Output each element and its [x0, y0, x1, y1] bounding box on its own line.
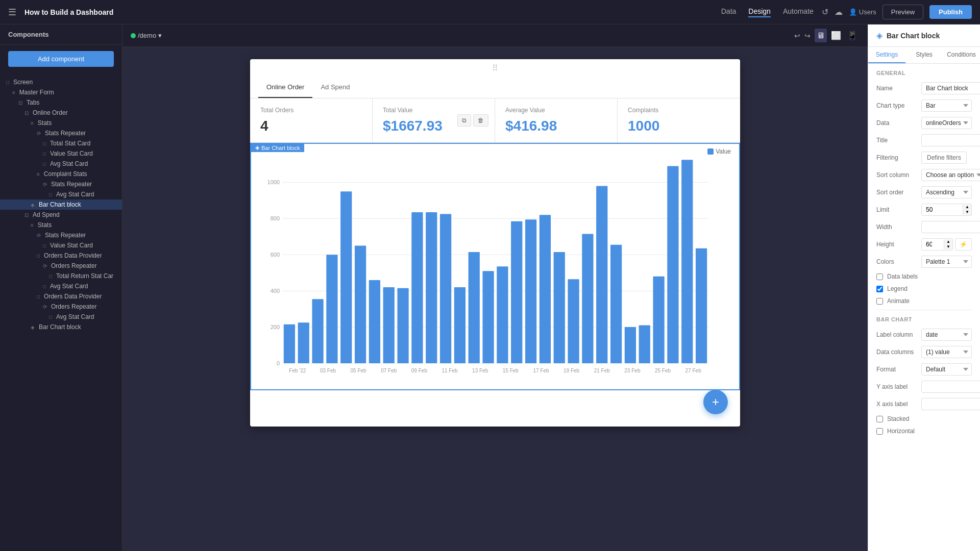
- chart-type-select[interactable]: Bar Line Pie: [921, 99, 972, 112]
- right-panel-header: ◈ Bar Chart block: [868, 24, 980, 47]
- tree-item-orders-repeater-2[interactable]: ⟳Orders Repeater: [0, 302, 122, 312]
- add-component-button[interactable]: Add component: [8, 51, 114, 67]
- svg-text:03 Feb: 03 Feb: [320, 368, 336, 373]
- drag-handle: ⠿: [250, 59, 740, 77]
- tree-item-avg-stat-card-2[interactable]: □Avg Stat Card: [0, 189, 122, 199]
- tree-item-total-return-stat-car[interactable]: □Total Return Stat Car: [0, 271, 122, 281]
- tree-item-avg-stat-card-4[interactable]: □Avg Stat Card: [0, 312, 122, 322]
- limit-increment[interactable]: ▲: [963, 205, 971, 210]
- tree-item-stats-2[interactable]: ≡Stats: [0, 220, 122, 230]
- stat-card-label-2: Average Value: [505, 107, 607, 114]
- tree-item-orders-data-provider-2[interactable]: □Orders Data Provider: [0, 291, 122, 302]
- bar-chart-block[interactable]: ◈ Bar Chart block Value 0200400600800100…: [250, 143, 740, 390]
- width-input[interactable]: [921, 221, 980, 233]
- undo-button[interactable]: ↩: [794, 32, 800, 40]
- x-axis-input[interactable]: [921, 398, 980, 410]
- canvas-frame: ⠿ Online Order Ad Spend Total Orders 4 T…: [250, 59, 740, 427]
- panel-tab-styles[interactable]: Styles: [905, 47, 943, 63]
- limit-input[interactable]: [922, 204, 963, 215]
- tree-item-tabs[interactable]: ⊡Tabs: [0, 97, 122, 108]
- tree-item-bar-chart-block[interactable]: ◈Bar Chart block: [0, 199, 122, 210]
- svg-rect-41: [696, 248, 707, 363]
- animate-checkbox[interactable]: [876, 298, 883, 305]
- canvas-toolbar: /demo ▾ ↩ ↪ 🖥 ⬜ 📱: [122, 24, 868, 47]
- env-button[interactable]: /demo ▾: [131, 32, 162, 39]
- horizontal-checkbox[interactable]: [876, 428, 883, 435]
- nav-design[interactable]: Design: [748, 7, 771, 17]
- tree-item-bar-chart-block-2[interactable]: ◈Bar Chart block: [0, 322, 122, 332]
- add-fab-button[interactable]: +: [703, 390, 728, 414]
- panel-tab-settings[interactable]: Settings: [868, 47, 905, 63]
- tree-item-total-stat-card[interactable]: □Total Stat Card: [0, 138, 122, 148]
- tree-item-ad-spend[interactable]: ⊡Ad Spend: [0, 210, 122, 220]
- colors-select[interactable]: Palette 1 Palette 2: [921, 256, 972, 268]
- tree-item-stats[interactable]: ≡Stats: [0, 118, 122, 128]
- tree-icon-stats: ≡: [31, 120, 34, 126]
- preview-button[interactable]: Preview: [883, 5, 923, 19]
- tree-item-master-form[interactable]: ≡Master Form: [0, 87, 122, 97]
- stacked-checkbox[interactable]: [876, 416, 883, 422]
- y-axis-input[interactable]: [921, 381, 980, 393]
- history-icon[interactable]: ↺: [822, 7, 828, 17]
- field-sort-order: Sort order Ascending Descending: [876, 186, 972, 198]
- tab-ad-spend[interactable]: Ad Spend: [312, 77, 358, 98]
- tree-item-avg-stat-card[interactable]: □Avg Stat Card: [0, 159, 122, 169]
- nav-automate[interactable]: Automate: [783, 7, 814, 17]
- svg-rect-38: [653, 277, 664, 363]
- desktop-view-button[interactable]: 🖥: [815, 29, 827, 42]
- data-labels-checkbox[interactable]: [876, 273, 883, 280]
- tree-label-avg-stat-card-4: Avg Stat Card: [56, 313, 94, 320]
- svg-text:27 Feb: 27 Feb: [685, 368, 702, 373]
- publish-button[interactable]: Publish: [929, 5, 972, 19]
- tree-item-orders-data-provider[interactable]: □Orders Data Provider: [0, 251, 122, 261]
- sort-order-select[interactable]: Ascending Descending: [921, 186, 972, 198]
- hamburger-icon[interactable]: ☰: [8, 7, 16, 18]
- title-input[interactable]: [921, 134, 980, 146]
- tree-item-value-stat-card-2[interactable]: □Value Stat Card: [0, 240, 122, 251]
- label-column-select[interactable]: date: [921, 329, 972, 341]
- define-filters-button[interactable]: Define filters: [921, 152, 967, 164]
- tree-item-stats-repeater-2[interactable]: ⟳Stats Repeater: [0, 179, 122, 189]
- stat-card-delete-1[interactable]: 🗑: [473, 114, 488, 127]
- format-select[interactable]: Default: [921, 363, 972, 375]
- nav-data[interactable]: Data: [721, 7, 737, 17]
- data-columns-select[interactable]: (1) value: [921, 346, 972, 358]
- tree-item-avg-stat-card-3[interactable]: □Avg Stat Card: [0, 281, 122, 291]
- field-data-label: Data: [876, 119, 917, 127]
- tree-icon-total-return-stat-car: □: [49, 273, 52, 279]
- tree-item-value-stat-card[interactable]: □Value Stat Card: [0, 148, 122, 159]
- stat-cards-row: Total Orders 4 Total Value $1667.93 ⧉ 🗑 …: [250, 98, 740, 143]
- svg-text:800: 800: [271, 215, 280, 221]
- height-bolt-button[interactable]: ⚡: [955, 238, 972, 251]
- tree-icon-stats-repeater-2: ⟳: [43, 182, 47, 187]
- tablet-view-button[interactable]: ⬜: [829, 29, 843, 42]
- stat-card-copy-1[interactable]: ⧉: [457, 114, 471, 127]
- svg-text:19 Feb: 19 Feb: [564, 368, 580, 373]
- data-select[interactable]: onlineOrders: [921, 117, 972, 129]
- height-increment[interactable]: ▲: [944, 239, 952, 244]
- panel-tab-conditions[interactable]: Conditions: [943, 47, 980, 63]
- tree-item-orders-repeater[interactable]: ⟳Orders Repeater: [0, 261, 122, 271]
- legend-checkbox[interactable]: [876, 286, 883, 292]
- tree-item-online-order[interactable]: ⊡Online Order: [0, 108, 122, 118]
- cloud-icon[interactable]: ☁: [835, 7, 843, 17]
- tree-item-complaint-stats[interactable]: ≡Complaint Stats: [0, 169, 122, 179]
- height-group: ▲ ▼ ⚡: [921, 238, 972, 251]
- name-input[interactable]: [921, 82, 980, 94]
- sort-column-select[interactable]: Choose an option date value: [921, 169, 980, 181]
- limit-decrement[interactable]: ▼: [963, 210, 971, 215]
- users-button[interactable]: 👤 Users: [849, 8, 876, 16]
- tree-label-bar-chart-block-2: Bar Chart block: [39, 323, 81, 331]
- svg-rect-19: [383, 287, 395, 363]
- height-input[interactable]: [922, 239, 944, 250]
- x-axis-group: ⚡: [921, 398, 980, 410]
- redo-button[interactable]: ↪: [804, 32, 811, 40]
- tree-label-orders-repeater-2: Orders Repeater: [51, 303, 96, 310]
- mobile-view-button[interactable]: 📱: [845, 29, 860, 42]
- height-decrement[interactable]: ▼: [944, 244, 952, 249]
- field-colors-label: Colors: [876, 258, 917, 265]
- tree-item-screen[interactable]: □Screen: [0, 77, 122, 87]
- tree-item-stats-repeater-3[interactable]: ⟳Stats Repeater: [0, 230, 122, 240]
- tab-online-order[interactable]: Online Order: [258, 77, 312, 98]
- tree-item-stats-repeater-1[interactable]: ⟳Stats Repeater: [0, 128, 122, 138]
